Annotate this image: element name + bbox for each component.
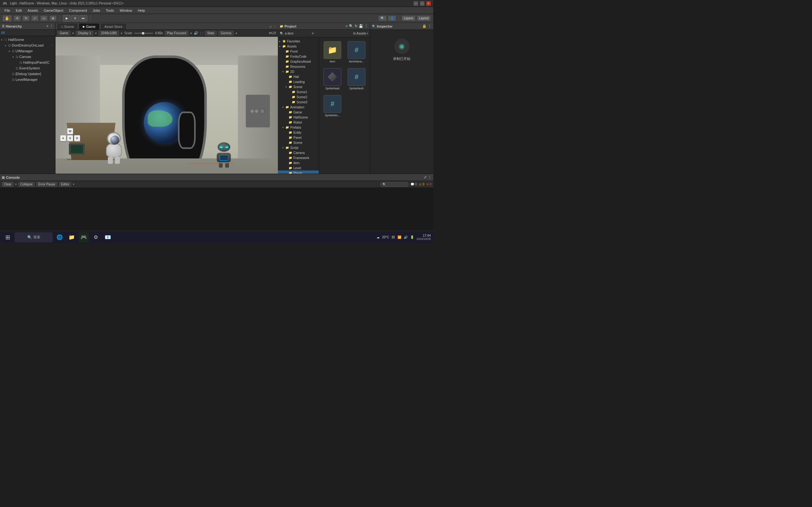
clear-search-button[interactable]: ✕ xyxy=(311,32,314,35)
taskbar-gear[interactable]: ⚙ xyxy=(91,232,101,242)
assets-root-item[interactable]: ▾ 📁 Assets xyxy=(278,44,319,49)
assets-hall-item[interactable]: 📁 Hall xyxy=(278,74,319,79)
project-refresh-button[interactable]: ↻ xyxy=(355,24,357,28)
error-pause-button[interactable]: Error Pause xyxy=(37,182,57,187)
taskbar-files[interactable]: 📁 xyxy=(67,232,77,242)
asset-spritemesh-script[interactable]: # SpriteMesh xyxy=(346,67,367,91)
hand-tool-button[interactable]: ✋ xyxy=(3,15,12,21)
asset-item-folder[interactable]: 📁 Item xyxy=(322,40,343,64)
assets-2d-item[interactable]: ▾ 📁 2D xyxy=(278,69,319,74)
assets-funkycode-item[interactable]: 📁 FunkyCode xyxy=(278,54,319,59)
assets-prefabs-scene-item[interactable]: 📁 Scene xyxy=(278,140,319,145)
close-button[interactable]: ✕ xyxy=(426,1,431,6)
layers-button[interactable]: Layers xyxy=(402,15,415,21)
hierarchy-item-debugupdater[interactable]: ▸ ◻ [Debug Updater] xyxy=(0,71,55,77)
assets-graphicsasset-item[interactable]: 📁 GraphicsAsset xyxy=(278,59,319,64)
mute-icon[interactable]: 🔊 xyxy=(194,31,198,35)
search-taskbar[interactable]: 🔍 搜索 xyxy=(14,232,53,242)
hierarchy-add-button[interactable]: + xyxy=(47,24,49,28)
taskbar-mail[interactable]: 📧 xyxy=(103,232,113,242)
inspector-lock-button[interactable]: 🔒 xyxy=(422,24,426,28)
start-button[interactable]: ⊞ xyxy=(3,232,13,242)
project-search-button[interactable]: 🔍 xyxy=(349,24,353,28)
assets-prefabs-item[interactable]: ▾ 📁 Prefabs xyxy=(278,125,319,130)
account-button[interactable]: 👤 xyxy=(388,15,396,21)
hierarchy-item-hallinputpanel[interactable]: ▸ ◻ HallInputPanel(C xyxy=(0,60,55,65)
assets-scene3-item[interactable]: 📁 Scene3 xyxy=(278,100,319,105)
asset-store-tab[interactable]: Asset Store xyxy=(100,23,126,30)
console-maximize-button[interactable]: ⤢ xyxy=(424,175,426,179)
assets-level-item[interactable]: 📁 Level xyxy=(278,165,319,170)
assets-anim-robot-item[interactable]: 📁 Robot xyxy=(278,120,319,125)
assets-scene-item[interactable]: ▾ 📁 Scene xyxy=(278,84,319,89)
scale-thumb[interactable] xyxy=(142,32,144,35)
assets-animation-item[interactable]: ▾ 📁 Animation xyxy=(278,105,319,110)
inspector-menu-button[interactable]: ⋮ xyxy=(428,24,432,28)
step-button[interactable]: ⏭ xyxy=(80,15,87,21)
menu-gameobject[interactable]: GameObject xyxy=(41,8,66,13)
assets-entity-item[interactable]: 📁 Entity xyxy=(278,130,319,135)
taskbar-unity[interactable]: 🎮 xyxy=(79,232,89,242)
asset-itemmana-script[interactable]: # ItemMana... xyxy=(346,40,367,64)
assets-scene1-item[interactable]: 📁 Scene1 xyxy=(278,89,319,95)
play-focused-button[interactable]: Play Focused xyxy=(165,31,189,36)
menu-jobs[interactable]: Jobs xyxy=(90,8,102,13)
assets-anim-game-item[interactable]: 📁 Game xyxy=(278,110,319,115)
assets-resources-item[interactable]: 📁 Resources xyxy=(278,64,319,69)
assets-script-item[interactable]: ▾ 📁 Script xyxy=(278,145,319,150)
view-menu-button[interactable]: ⋮ xyxy=(273,25,276,29)
assets-anim-hallscene-item[interactable]: 📁 HallScene xyxy=(278,115,319,120)
minimize-button[interactable]: ─ xyxy=(414,1,418,6)
assets-camera-item[interactable]: 📁 Camera xyxy=(278,150,319,155)
assets-framework-item[interactable]: 📁 Framework xyxy=(278,155,319,160)
move-tool-button[interactable]: ✛ xyxy=(14,15,20,21)
clear-button[interactable]: Clear xyxy=(2,182,13,187)
stats-button[interactable]: Stats xyxy=(205,31,217,36)
project-search-input[interactable] xyxy=(285,32,310,35)
menu-window[interactable]: Window xyxy=(117,8,135,13)
scene-tab[interactable]: ◻Scene xyxy=(57,23,78,30)
assets-scene2-item[interactable]: 📁 Scene2 xyxy=(278,95,319,100)
transform-tool-button[interactable]: ⊕ xyxy=(49,15,56,21)
assets-panel-item[interactable]: 📁 Panel xyxy=(278,135,319,140)
console-menu-button[interactable]: ⋮ xyxy=(428,175,432,179)
menu-file[interactable]: File xyxy=(2,8,13,13)
asset-spritemask[interactable]: SpriteMask xyxy=(322,67,343,91)
project-add-button[interactable]: + xyxy=(346,24,348,28)
menu-help[interactable]: Help xyxy=(135,8,148,13)
project-save-button[interactable]: 💾 xyxy=(359,24,363,28)
favorites-item[interactable]: ▸ ⭐ Favorites xyxy=(278,39,319,44)
all-filter-button[interactable]: All xyxy=(1,31,5,35)
hierarchy-item-eventsystem[interactable]: ▸ ◻ EventSystem xyxy=(0,65,55,71)
pause-button[interactable]: ⏸ xyxy=(71,15,79,21)
assets-loading-item[interactable]: 📁 Loading xyxy=(278,79,319,84)
resolution-button[interactable]: 2048x1080 xyxy=(99,31,119,36)
hierarchy-item-canvas[interactable]: ▸ ◻ Canvas xyxy=(0,54,55,60)
game-tab[interactable]: ▶Game xyxy=(79,23,100,30)
collapse-button[interactable]: Collapse xyxy=(18,182,35,187)
console-search-input[interactable] xyxy=(387,183,406,186)
menu-assets[interactable]: Assets xyxy=(25,8,41,13)
rect-tool-button[interactable]: ▭ xyxy=(40,15,48,21)
game-display-button[interactable]: Game xyxy=(57,31,70,36)
asset-spritemes2-script[interactable]: # SpriteMes... xyxy=(322,94,343,118)
editor-button[interactable]: Editor xyxy=(59,182,71,187)
hierarchy-item-levelmanager[interactable]: ▸ ◻ LevelManager xyxy=(0,77,55,82)
menu-tools[interactable]: Tools xyxy=(103,8,117,13)
hierarchy-item-uimanager[interactable]: ▸ ◻ UIManager xyxy=(0,48,55,54)
hierarchy-menu-button[interactable]: ⋮ xyxy=(50,24,53,28)
rotate-tool-button[interactable]: ↻ xyxy=(22,15,30,21)
console-search[interactable]: 🔍 xyxy=(380,182,409,187)
menu-component[interactable]: Component xyxy=(66,8,90,13)
gizmos-button[interactable]: Gizmos xyxy=(218,31,234,36)
maximize-button[interactable]: □ xyxy=(420,1,424,6)
layout-button[interactable]: Layout xyxy=(417,15,431,21)
menu-edit[interactable]: Edit xyxy=(13,8,24,13)
hierarchy-item-dontdestroy[interactable]: ▸ ◻ DontDestroyOnLoad ⋮ xyxy=(0,43,55,48)
project-menu-button[interactable]: ⋮ xyxy=(364,24,368,28)
play-button[interactable]: ▶ xyxy=(63,15,71,21)
assets-front-item[interactable]: 📁 Front xyxy=(278,49,319,54)
assets-item-item[interactable]: 📁 Item xyxy=(278,160,319,165)
search-button[interactable]: 🔍 xyxy=(378,15,387,21)
hierarchy-item-hallscene[interactable]: ▸ ⬡ HallScene xyxy=(0,37,55,43)
